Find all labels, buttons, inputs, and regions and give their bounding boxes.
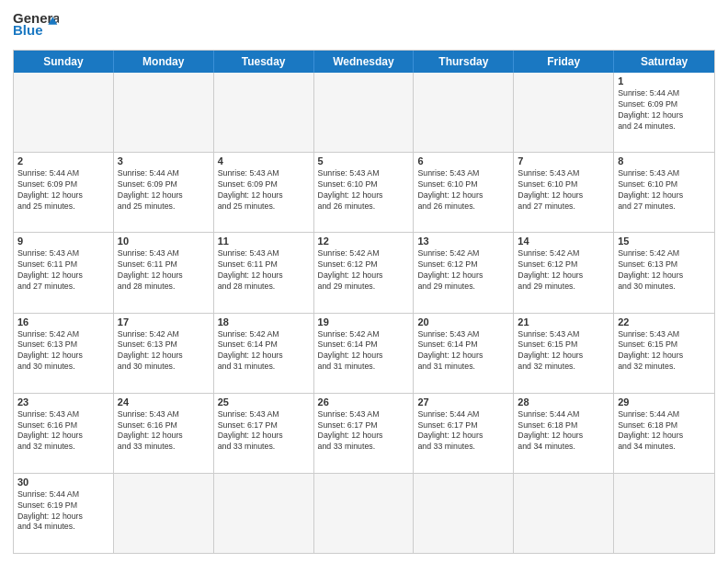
cal-cell: 14Sunrise: 5:42 AM Sunset: 6:12 PM Dayli… <box>514 233 614 312</box>
day-number: 21 <box>518 316 609 327</box>
day-number: 10 <box>118 236 210 247</box>
day-number: 29 <box>618 396 711 408</box>
day-number: 19 <box>318 316 410 327</box>
cal-cell: 27Sunrise: 5:44 AM Sunset: 6:17 PM Dayli… <box>414 394 514 473</box>
cal-cell: 12Sunrise: 5:42 AM Sunset: 6:12 PM Dayli… <box>314 233 415 312</box>
day-number: 5 <box>318 155 410 167</box>
cal-cell <box>14 73 114 152</box>
day-info: Sunrise: 5:43 AM Sunset: 6:11 PM Dayligh… <box>17 248 109 293</box>
day-number: 30 <box>17 477 109 488</box>
cal-week-1: 1Sunrise: 5:44 AM Sunset: 6:09 PM Daylig… <box>14 73 714 152</box>
header-day-tuesday: Tuesday <box>214 51 314 73</box>
cal-cell <box>114 73 214 152</box>
cal-cell <box>514 73 614 152</box>
cal-cell: 22Sunrise: 5:43 AM Sunset: 6:15 PM Dayli… <box>614 314 714 393</box>
cal-cell <box>314 474 415 553</box>
day-info: Sunrise: 5:42 AM Sunset: 6:13 PM Dayligh… <box>118 329 210 373</box>
day-number: 16 <box>17 316 109 327</box>
day-number: 24 <box>118 396 210 408</box>
day-info: Sunrise: 5:43 AM Sunset: 6:10 PM Dayligh… <box>618 168 711 213</box>
day-number: 12 <box>318 236 410 247</box>
cal-cell: 30Sunrise: 5:44 AM Sunset: 6:19 PM Dayli… <box>14 474 114 553</box>
day-info: Sunrise: 5:43 AM Sunset: 6:10 PM Dayligh… <box>417 168 509 213</box>
day-info: Sunrise: 5:43 AM Sunset: 6:17 PM Dayligh… <box>218 409 310 454</box>
day-info: Sunrise: 5:43 AM Sunset: 6:16 PM Dayligh… <box>17 409 109 454</box>
day-info: Sunrise: 5:44 AM Sunset: 6:09 PM Dayligh… <box>17 168 109 213</box>
cal-cell: 3Sunrise: 5:44 AM Sunset: 6:09 PM Daylig… <box>114 153 214 232</box>
day-number: 22 <box>618 316 711 327</box>
cal-cell: 8Sunrise: 5:43 AM Sunset: 6:10 PM Daylig… <box>614 153 714 232</box>
day-number: 2 <box>17 155 109 167</box>
cal-cell: 26Sunrise: 5:43 AM Sunset: 6:17 PM Dayli… <box>314 394 415 473</box>
cal-cell <box>214 474 314 553</box>
cal-cell: 10Sunrise: 5:43 AM Sunset: 6:11 PM Dayli… <box>114 233 214 312</box>
cal-week-2: 2Sunrise: 5:44 AM Sunset: 6:09 PM Daylig… <box>14 152 714 232</box>
cal-cell <box>414 474 514 553</box>
cal-cell: 1Sunrise: 5:44 AM Sunset: 6:09 PM Daylig… <box>614 73 714 152</box>
day-info: Sunrise: 5:42 AM Sunset: 6:13 PM Dayligh… <box>17 329 109 373</box>
day-number: 27 <box>417 396 509 408</box>
cal-week-5: 23Sunrise: 5:43 AM Sunset: 6:16 PM Dayli… <box>14 393 714 473</box>
day-number: 6 <box>417 155 509 167</box>
cal-cell: 20Sunrise: 5:43 AM Sunset: 6:14 PM Dayli… <box>414 314 514 393</box>
day-number: 9 <box>17 236 109 247</box>
day-info: Sunrise: 5:42 AM Sunset: 6:12 PM Dayligh… <box>318 248 410 293</box>
cal-cell: 17Sunrise: 5:42 AM Sunset: 6:13 PM Dayli… <box>114 314 214 393</box>
cal-cell: 21Sunrise: 5:43 AM Sunset: 6:15 PM Dayli… <box>514 314 614 393</box>
svg-text:Blue: Blue <box>13 22 43 38</box>
day-info: Sunrise: 5:43 AM Sunset: 6:16 PM Dayligh… <box>118 409 210 454</box>
header-day-sunday: Sunday <box>14 51 114 73</box>
day-info: Sunrise: 5:44 AM Sunset: 6:09 PM Dayligh… <box>618 88 711 132</box>
header-day-wednesday: Wednesday <box>314 51 415 73</box>
day-number: 7 <box>518 155 609 167</box>
day-info: Sunrise: 5:42 AM Sunset: 6:12 PM Dayligh… <box>417 248 509 293</box>
day-info: Sunrise: 5:43 AM Sunset: 6:17 PM Dayligh… <box>318 409 410 454</box>
day-info: Sunrise: 5:43 AM Sunset: 6:14 PM Dayligh… <box>417 329 509 373</box>
day-number: 15 <box>618 236 711 247</box>
day-number: 4 <box>218 155 310 167</box>
cal-cell: 15Sunrise: 5:42 AM Sunset: 6:13 PM Dayli… <box>614 233 714 312</box>
cal-cell <box>614 474 714 553</box>
day-info: Sunrise: 5:43 AM Sunset: 6:11 PM Dayligh… <box>118 248 210 293</box>
header-day-monday: Monday <box>114 51 214 73</box>
day-number: 1 <box>618 75 711 86</box>
day-info: Sunrise: 5:44 AM Sunset: 6:18 PM Dayligh… <box>518 409 609 454</box>
calendar: SundayMondayTuesdayWednesdayThursdayFrid… <box>13 50 715 554</box>
cal-cell: 29Sunrise: 5:44 AM Sunset: 6:18 PM Dayli… <box>614 394 714 473</box>
day-info: Sunrise: 5:43 AM Sunset: 6:10 PM Dayligh… <box>518 168 609 213</box>
day-info: Sunrise: 5:43 AM Sunset: 6:10 PM Dayligh… <box>318 168 410 213</box>
day-number: 25 <box>218 396 310 408</box>
cal-cell: 11Sunrise: 5:43 AM Sunset: 6:11 PM Dayli… <box>214 233 314 312</box>
cal-cell <box>214 73 314 152</box>
day-number: 11 <box>218 236 310 247</box>
calendar-header: SundayMondayTuesdayWednesdayThursdayFrid… <box>14 51 714 73</box>
day-info: Sunrise: 5:42 AM Sunset: 6:12 PM Dayligh… <box>518 248 609 293</box>
header-day-saturday: Saturday <box>614 51 714 73</box>
header-day-thursday: Thursday <box>414 51 514 73</box>
cal-cell: 28Sunrise: 5:44 AM Sunset: 6:18 PM Dayli… <box>514 394 614 473</box>
day-number: 26 <box>318 396 410 408</box>
cal-cell <box>414 73 514 152</box>
day-info: Sunrise: 5:44 AM Sunset: 6:09 PM Dayligh… <box>118 168 210 213</box>
logo-svg: General Blue <box>13 9 59 46</box>
day-number: 23 <box>17 396 109 408</box>
cal-week-6: 30Sunrise: 5:44 AM Sunset: 6:19 PM Dayli… <box>14 473 714 553</box>
day-info: Sunrise: 5:42 AM Sunset: 6:14 PM Dayligh… <box>318 329 410 373</box>
cal-cell: 13Sunrise: 5:42 AM Sunset: 6:12 PM Dayli… <box>414 233 514 312</box>
cal-cell: 25Sunrise: 5:43 AM Sunset: 6:17 PM Dayli… <box>214 394 314 473</box>
day-info: Sunrise: 5:44 AM Sunset: 6:19 PM Dayligh… <box>17 489 109 534</box>
day-info: Sunrise: 5:43 AM Sunset: 6:15 PM Dayligh… <box>618 329 711 373</box>
day-number: 13 <box>417 236 509 247</box>
day-number: 17 <box>118 316 210 327</box>
cal-cell: 6Sunrise: 5:43 AM Sunset: 6:10 PM Daylig… <box>414 153 514 232</box>
header: General Blue <box>13 9 715 46</box>
day-info: Sunrise: 5:43 AM Sunset: 6:09 PM Dayligh… <box>218 168 310 213</box>
day-number: 14 <box>518 236 609 247</box>
day-info: Sunrise: 5:42 AM Sunset: 6:13 PM Dayligh… <box>618 248 711 293</box>
cal-cell <box>314 73 415 152</box>
cal-cell <box>114 474 214 553</box>
cal-cell: 19Sunrise: 5:42 AM Sunset: 6:14 PM Dayli… <box>314 314 415 393</box>
page: General Blue SundayMondayTuesdayWednesda… <box>0 0 728 563</box>
cal-cell <box>514 474 614 553</box>
day-number: 8 <box>618 155 711 167</box>
